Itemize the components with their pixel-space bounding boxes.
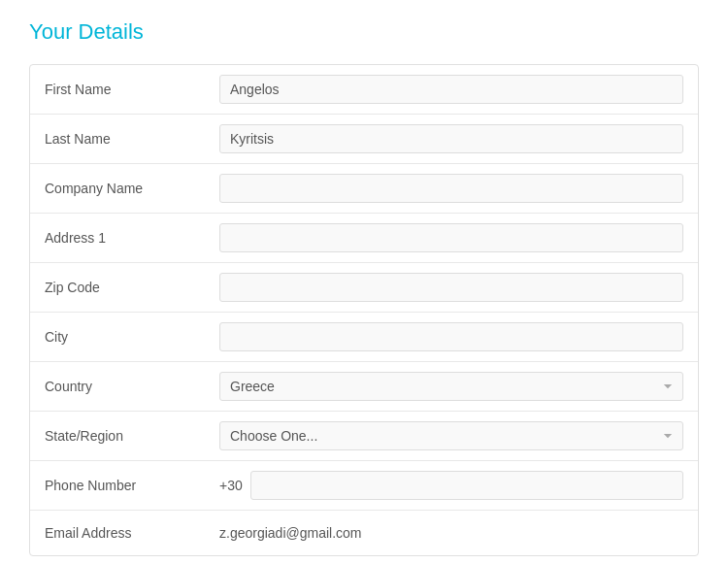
zip-code-input[interactable] — [219, 273, 683, 302]
last-name-row: Last Name — [30, 115, 698, 164]
first-name-input[interactable] — [219, 75, 683, 104]
zip-code-row: Zip Code — [30, 263, 698, 313]
zip-code-label: Zip Code — [45, 280, 219, 295]
zip-code-field — [219, 273, 683, 302]
phone-prefix: +30 — [219, 478, 243, 493]
state-region-field: Choose One... Attica Central Macedonia T… — [219, 421, 683, 450]
last-name-field — [219, 124, 683, 153]
company-name-input[interactable] — [219, 174, 683, 203]
email-address-field: z.georgiadi@gmail.com — [219, 525, 683, 541]
email-address-label: Email Address — [45, 525, 219, 541]
country-label: Country — [45, 379, 219, 394]
country-select[interactable]: Greece United States United Kingdom Germ… — [219, 372, 683, 401]
page-title: Your Details — [29, 19, 699, 45]
phone-number-row: Phone Number +30 — [30, 461, 698, 511]
country-row: Country Greece United States United King… — [30, 362, 698, 412]
state-region-label: State/Region — [45, 428, 219, 444]
city-field — [219, 322, 683, 351]
last-name-label: Last Name — [45, 131, 219, 147]
address1-label: Address 1 — [45, 230, 219, 246]
last-name-input[interactable] — [219, 124, 683, 153]
state-region-row: State/Region Choose One... Attica Centra… — [30, 412, 698, 461]
email-address-row: Email Address z.georgiadi@gmail.com — [30, 511, 698, 555]
country-field: Greece United States United Kingdom Germ… — [219, 372, 683, 401]
address1-field — [219, 223, 683, 252]
first-name-row: First Name — [30, 65, 698, 115]
company-name-label: Company Name — [45, 181, 219, 196]
details-form: First Name Last Name Company Name Addres… — [29, 64, 699, 556]
phone-number-label: Phone Number — [45, 478, 219, 493]
address1-input[interactable] — [219, 223, 683, 252]
first-name-label: First Name — [45, 82, 219, 97]
city-label: City — [45, 329, 219, 345]
email-address-value: z.georgiadi@gmail.com — [219, 525, 362, 541]
city-row: City — [30, 313, 698, 362]
company-name-field — [219, 174, 683, 203]
state-region-select[interactable]: Choose One... Attica Central Macedonia T… — [219, 421, 683, 450]
address1-row: Address 1 — [30, 214, 698, 263]
company-name-row: Company Name — [30, 164, 698, 214]
first-name-field — [219, 75, 683, 104]
phone-number-input[interactable] — [250, 471, 683, 500]
phone-number-field: +30 — [219, 471, 683, 500]
city-input[interactable] — [219, 322, 683, 351]
